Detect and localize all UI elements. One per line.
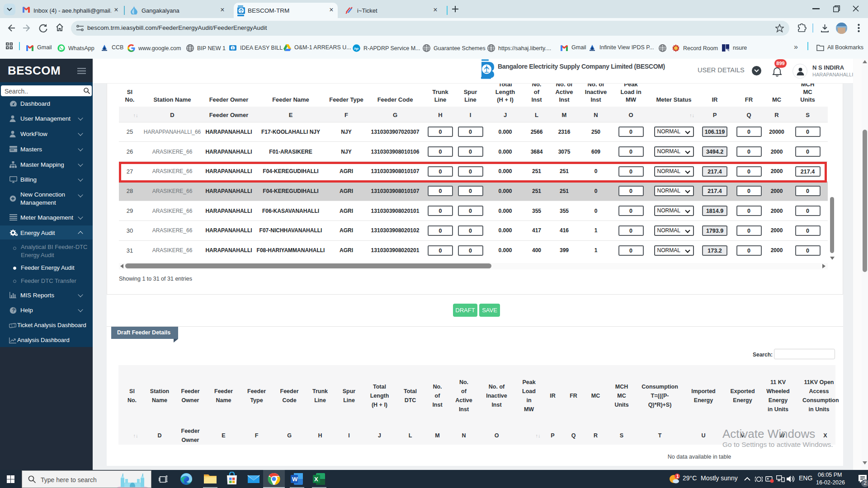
svg-text:X: X — [314, 476, 318, 483]
svg-text:hp: hp — [354, 47, 359, 51]
svg-text:?: ? — [12, 308, 15, 313]
svg-text:1: 1 — [676, 474, 679, 479]
svg-text:W: W — [292, 476, 298, 483]
